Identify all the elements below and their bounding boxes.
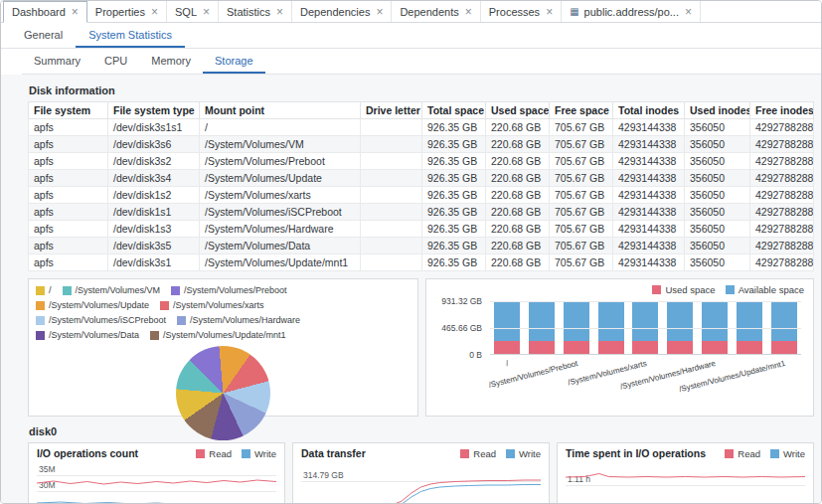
legend-label: /System/Volumes/xarts (173, 299, 264, 312)
dashboard-tabbar: GeneralSystem Statistics (1, 23, 821, 49)
storage-content: Disk information File systemFile system … (1, 75, 821, 503)
bar-x-labels: //System/Volumes/Preboot/System/Volumes/… (490, 355, 801, 401)
table-row[interactable]: apfs/dev/disk3s1/System/Volumes/Update/m… (29, 254, 814, 271)
close-icon[interactable]: × (151, 6, 158, 18)
table-row[interactable]: apfs/dev/disk1s1/System/Volumes/iSCPrebo… (29, 204, 814, 221)
table-cell: 705.67 GB (550, 254, 613, 271)
table-cell: apfs (29, 153, 108, 170)
tab-dashboard[interactable]: Dashboard× (3, 1, 87, 23)
column-header-used-space[interactable]: Used space (486, 102, 550, 119)
legend-swatch (726, 285, 735, 294)
tab-dependencies[interactable]: Dependencies× (292, 1, 392, 22)
bar-available-segment (598, 301, 624, 341)
legend-label: Write (254, 448, 276, 459)
legend-swatch (171, 286, 180, 295)
column-header-free-inodes[interactable]: Free inodes (750, 102, 814, 119)
close-icon[interactable]: × (685, 6, 692, 18)
table-cell: /dev/disk1s2 (108, 187, 200, 204)
tab-properties[interactable]: Properties× (87, 1, 167, 22)
legend-swatch (160, 301, 169, 310)
navtab-general[interactable]: General (11, 23, 76, 48)
subtab-cpu[interactable]: CPU (92, 49, 139, 74)
column-header-used-inodes[interactable]: Used inodes (685, 102, 750, 119)
system-statistics-tabbar: SummaryCPUMemoryStorage (22, 49, 821, 75)
table-cell: apfs (29, 238, 108, 254)
legend-label: Write (783, 448, 805, 459)
table-row[interactable]: apfs/dev/disk3s4/System/Volumes/Update92… (29, 170, 814, 187)
close-icon[interactable]: × (203, 6, 210, 18)
x-axis-label-text: /System/Volumes/Preboot (488, 359, 578, 390)
table-cell: 705.67 GB (550, 170, 613, 187)
column-header-total-inodes[interactable]: Total inodes (613, 102, 685, 119)
tab-label: SQL (175, 6, 197, 18)
close-icon[interactable]: × (465, 6, 472, 18)
line-chart[interactable]: 1.11 h (566, 463, 805, 504)
legend-label: Used space (665, 284, 715, 295)
chart-title: I/O operations count (37, 447, 138, 459)
close-icon[interactable]: × (546, 6, 553, 18)
legend-swatch (36, 286, 45, 295)
column-header-file-system-type[interactable]: File system type (108, 102, 200, 119)
table-cell: apfs (29, 187, 108, 204)
line-chart[interactable]: 314.79 GB (301, 463, 541, 504)
table-row[interactable]: apfs/dev/disk3s5/System/Volumes/Data926.… (29, 238, 814, 254)
line-chart[interactable]: 35M30M (37, 463, 276, 504)
chart-title: Data transfer (301, 447, 366, 459)
table-icon: ▦ (570, 7, 578, 17)
table-row[interactable]: apfs/dev/disk1s2/System/Volumes/xarts926… (29, 187, 814, 204)
table-cell: 356050 (685, 254, 750, 271)
navtab-system-statistics[interactable]: System Statistics (76, 23, 185, 48)
column-header-file-system[interactable]: File system (29, 102, 108, 119)
column-header-total-space[interactable]: Total space (422, 102, 486, 119)
table-cell: 356050 (685, 119, 750, 136)
pie-legend-item-system-volumes-data: /System/Volumes/Data (36, 329, 139, 342)
column-header-mount-point[interactable]: Mount point (200, 102, 361, 119)
tab-dependents[interactable]: Dependents× (392, 1, 480, 22)
line-chart-svg (566, 463, 805, 504)
close-icon[interactable]: × (276, 6, 283, 18)
table-row[interactable]: apfs/dev/disk3s2/System/Volumes/Preboot9… (29, 153, 814, 170)
legend-label: Available space (739, 284, 804, 295)
close-icon[interactable]: × (72, 6, 79, 18)
table-cell: 926.35 GB (422, 136, 486, 153)
bar-available-segment (667, 301, 693, 341)
tab-sql[interactable]: SQL× (167, 1, 219, 22)
table-cell: 4292788288 (750, 187, 814, 204)
tab-public-address-po[interactable]: ▦public.address/po...× (562, 1, 701, 22)
table-cell: 4293144338 (613, 204, 685, 221)
chart-header: Time spent in I/O operationsReadWrite (566, 447, 805, 459)
x-axis-label-text: / (505, 359, 509, 368)
legend-label: /System/Volumes/Preboot (184, 284, 287, 297)
table-cell: /System/Volumes/VM (200, 136, 361, 153)
subtab-summary[interactable]: Summary (22, 49, 92, 74)
subtab-storage[interactable]: Storage (203, 49, 265, 74)
table-header-row: File systemFile system typeMount pointDr… (29, 102, 814, 119)
column-header-drive-letter[interactable]: Drive letter (361, 102, 422, 119)
subtab-memory[interactable]: Memory (139, 49, 203, 74)
legend-label: /System/Volumes/iSCPreboot (49, 314, 166, 327)
table-row[interactable]: apfs/dev/disk1s3/System/Volumes/Hardware… (29, 221, 814, 238)
legend-swatch (63, 286, 72, 295)
tab-processes[interactable]: Processes× (481, 1, 562, 22)
line-chart-svg (37, 463, 276, 504)
disk-space-bar-panel: Used spaceAvailable space 931.32 GB465.6… (425, 278, 814, 417)
table-row[interactable]: apfs/dev/disk3s6/System/Volumes/VM926.35… (29, 136, 814, 153)
tab-statistics[interactable]: Statistics× (219, 1, 292, 22)
bar-used-segment (737, 341, 762, 354)
table-cell: 4292788288 (750, 136, 814, 153)
y-axis-label: 0 B (469, 350, 482, 360)
close-icon[interactable]: × (376, 6, 383, 18)
table-cell: /dev/disk1s3 (108, 221, 200, 238)
table-cell (361, 136, 422, 153)
legend-swatch (196, 449, 205, 458)
bar-chart-body: 931.32 GB465.66 GB0 B //System/Volumes/P… (434, 301, 805, 401)
table-cell: 220.68 GB (486, 254, 550, 271)
table-row[interactable]: apfs/dev/disk3s1s1/926.35 GB220.68 GB705… (29, 119, 814, 136)
bar-chart-plot[interactable] (490, 301, 801, 355)
disk-usage-pie-chart[interactable] (176, 346, 270, 440)
column-header-free-space[interactable]: Free space (550, 102, 613, 119)
tab-label: Dependencies (300, 6, 370, 18)
bar-available-segment (702, 301, 728, 341)
legend-swatch (242, 449, 250, 458)
table-cell: /System/Volumes/Update/mnt1 (200, 254, 361, 271)
